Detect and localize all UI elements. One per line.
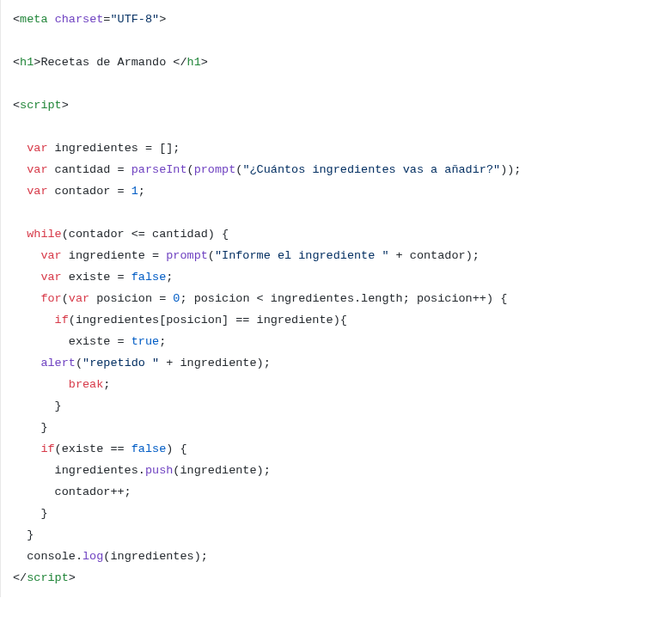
- code-token: "UTF-8": [110, 13, 159, 26]
- code-token: >: [62, 99, 69, 112]
- code-token: >Recetas de Armando </: [34, 56, 186, 69]
- code-token: console.: [13, 550, 82, 563]
- code-token: script: [27, 571, 69, 584]
- code-line: console.log(ingredientes);: [13, 546, 660, 567]
- code-token: [13, 378, 69, 391]
- code-line: }: [13, 503, 660, 524]
- code-token: "Informe el ingrediente ": [215, 249, 389, 262]
- code-token: charset: [55, 13, 104, 26]
- code-token: (ingredientes);: [103, 550, 208, 563]
- code-token: }: [13, 421, 48, 434]
- code-token: var: [27, 185, 47, 198]
- code-token: var: [40, 271, 61, 284]
- code-line: existe = true;: [13, 331, 660, 352]
- code-line: contador++;: [13, 481, 660, 503]
- code-token: var: [27, 142, 47, 155]
- code-line: var ingredientes = [];: [13, 137, 660, 159]
- code-token: (existe ==: [55, 443, 131, 455]
- code-token: <: [13, 99, 20, 112]
- code-token: + ingrediente);: [159, 357, 271, 369]
- code-line: </script>: [13, 567, 660, 589]
- code-token: existe =: [13, 335, 131, 348]
- code-token: (: [76, 357, 82, 369]
- code-token: for: [40, 292, 61, 305]
- code-token: (ingrediente);: [173, 464, 270, 477]
- code-token: 1: [131, 185, 138, 198]
- code-token: (ingredientes[posicion] == ingrediente){: [69, 314, 347, 327]
- code-token: [13, 142, 27, 155]
- code-token: ingredientes = [];: [48, 142, 180, 155]
- code-token: (: [187, 163, 194, 176]
- code-token: (contador <= cantidad) {: [62, 228, 229, 241]
- code-token: parseInt: [131, 163, 187, 176]
- code-token: + contador);: [389, 249, 480, 262]
- code-line: for(var posicion = 0; posicion < ingredi…: [13, 288, 660, 309]
- code-token: [13, 357, 40, 369]
- code-token: ));: [500, 163, 521, 176]
- code-token: var: [69, 292, 89, 305]
- code-token: false: [131, 443, 167, 455]
- code-token: }: [13, 507, 48, 520]
- code-token: [13, 228, 27, 241]
- code-token: ;: [138, 185, 145, 198]
- code-token: while: [27, 228, 62, 241]
- code-token: log: [82, 550, 103, 563]
- code-token: [13, 443, 40, 455]
- code-token: if: [40, 443, 54, 455]
- code-token: [13, 314, 55, 327]
- code-token: [13, 292, 40, 305]
- code-token: posicion =: [89, 292, 173, 305]
- code-token: var: [40, 249, 61, 262]
- code-token: contador =: [48, 185, 131, 198]
- code-token: (: [208, 249, 215, 262]
- code-token: prompt: [194, 163, 236, 176]
- code-token: meta: [20, 13, 47, 26]
- code-line: }: [13, 417, 660, 438]
- code-block: <meta charset="UTF-8"> <h1>Recetas de Ar…: [13, 9, 660, 589]
- code-token: ) {: [166, 443, 186, 455]
- code-line: [13, 202, 660, 223]
- code-line: if(existe == false) {: [13, 438, 660, 460]
- code-token: ;: [166, 271, 173, 284]
- code-line: [13, 73, 660, 95]
- code-line: alert("repetido " + ingrediente);: [13, 352, 660, 374]
- code-token: true: [131, 335, 159, 348]
- code-line: var ingrediente = prompt("Informe el ing…: [13, 245, 660, 266]
- code-line: var existe = false;: [13, 266, 660, 288]
- code-token: (: [62, 292, 69, 305]
- code-line: [13, 30, 660, 52]
- code-line: ingredientes.push(ingrediente);: [13, 460, 660, 481]
- code-token: [13, 271, 40, 284]
- code-token: <: [13, 13, 20, 26]
- code-line: break;: [13, 374, 660, 395]
- code-line: }: [13, 524, 660, 546]
- code-line: }: [13, 395, 660, 417]
- code-token: existe =: [62, 271, 131, 284]
- code-token: ingredientes.: [13, 464, 145, 477]
- code-token: </: [13, 571, 27, 584]
- code-token: var: [27, 163, 47, 176]
- code-line: while(contador <= cantidad) {: [13, 223, 660, 245]
- code-token: h1: [187, 56, 201, 69]
- code-token: [13, 163, 27, 176]
- code-token: script: [20, 99, 62, 112]
- code-line: var contador = 1;: [13, 180, 660, 202]
- code-token: }: [13, 400, 62, 412]
- code-token: ingrediente =: [62, 249, 167, 262]
- code-token: >: [201, 56, 208, 69]
- code-token: [13, 249, 40, 262]
- code-token: >: [159, 13, 166, 26]
- code-token: <: [13, 56, 20, 69]
- code-token: prompt: [166, 249, 208, 262]
- code-token: cantidad =: [48, 163, 131, 176]
- code-token: ;: [103, 378, 110, 391]
- code-token: h1: [20, 56, 34, 69]
- code-line: var cantidad = parseInt(prompt("¿Cuántos…: [13, 159, 660, 180]
- code-line: <meta charset="UTF-8">: [13, 9, 660, 30]
- code-line: if(ingredientes[posicion] == ingrediente…: [13, 309, 660, 331]
- code-token: [13, 185, 27, 198]
- code-token: [48, 13, 55, 26]
- code-token: contador++;: [13, 485, 131, 498]
- code-token: false: [131, 271, 167, 284]
- code-token: ; posicion < ingredientes.length; posici…: [180, 292, 507, 305]
